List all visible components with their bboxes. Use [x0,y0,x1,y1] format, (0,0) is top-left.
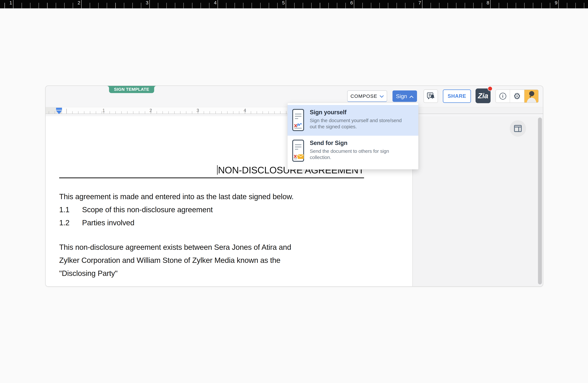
list-item: 1.2 Parties involved [59,216,364,229]
chevron-up-icon [409,93,414,99]
menu-item-text: Send for Sign Send the document to other… [310,140,389,162]
doc-ruler-number: 1 [100,108,107,113]
list-text: Parties involved [82,216,134,229]
zia-button[interactable]: Zia [476,89,491,103]
doc-ruler-number: 4 [242,108,248,113]
send-for-sign-icon [292,140,304,162]
ruler-number: 8 [483,0,489,5]
indent-marker[interactable] [56,108,62,114]
compose-button[interactable]: COMPOSE [347,90,387,102]
chevron-down-icon [379,93,384,99]
page-layout-icon [514,125,522,132]
paragraph: This non-disclosure agreement exists bet… [59,241,364,280]
page-layout-button[interactable] [510,120,526,137]
indent-marker-triangle [56,111,62,114]
list-text: Scope of this non-disclosure agreement [82,203,213,216]
list-number: 1.1 [59,203,82,216]
ruler-number: 3 [142,0,148,5]
menu-item-title: Send for Sign [310,140,389,146]
comment-bell-icon [426,92,435,101]
doc-ruler-number: 2 [147,108,154,113]
list-number: 1.2 [59,216,82,229]
menu-item-sign-yourself[interactable]: Sign yourself Sign the document yourself… [288,105,418,136]
user-avatar[interactable] [525,90,538,102]
doc-ruler-number: 3 [194,108,201,113]
screen-ruler: 1 2 3 4 5 6 7 8 9 [0,0,588,9]
info-button[interactable]: i [496,90,510,102]
ruler-number: 6 [346,0,353,5]
vertical-scrollbar[interactable] [538,117,542,284]
share-button[interactable]: SHARE [443,90,471,103]
sign-dropdown-menu: Sign yourself Sign the document yourself… [287,103,419,170]
share-button-label: SHARE [448,93,466,99]
ruler-number: 5 [278,0,285,5]
menu-item-description: Sign the document yourself and store/sen… [310,117,402,130]
paragraph: This agreement is made and entered into … [59,190,364,203]
text-caret [217,165,218,175]
ruler-number: 1 [5,0,12,5]
menu-item-description: Send the document to others for sign col… [310,148,389,160]
sign-yourself-icon [292,109,304,132]
list-item: 1.1 Scope of this non-disclosure agreeme… [59,203,364,216]
ruler-number: 2 [74,0,80,5]
screen: { "top_ruler": { "numbers": ["1","2","3"… [0,0,588,383]
paragraph-line: Zylker Corporation and William Stone of … [59,254,364,267]
paragraph-line: "Disclosing Party" [59,267,364,280]
zia-alert-dot [488,86,493,91]
sign-template-badge: SIGN TEMPLATE [109,86,154,93]
ruler-number: 9 [551,0,557,5]
sign-button[interactable]: Sign [393,90,417,102]
right-side-panel [413,116,543,286]
ruler-number: 4 [210,0,217,5]
ruler-number: 7 [415,0,421,5]
compose-button-label: COMPOSE [351,93,377,99]
indent-marker-top [56,108,62,110]
paragraph-line: This non-disclosure agreement exists bet… [59,241,364,254]
gear-icon: ⚙ [513,92,521,100]
settings-button[interactable]: ⚙ [510,90,524,102]
sign-button-label: Sign [396,93,407,99]
menu-item-text: Sign yourself Sign the document yourself… [310,109,402,132]
menu-item-send-for-sign[interactable]: Send for Sign Send the document to other… [288,136,418,166]
toolbar-icon-group: i ⚙ [495,90,539,103]
menu-item-title: Sign yourself [310,109,402,116]
info-icon: i [499,93,506,100]
ruler-right-blank [413,107,543,114]
avatar-photo [525,90,538,102]
comment-notification-button[interactable] [423,90,438,103]
zia-logo-icon: Zia [478,92,488,100]
